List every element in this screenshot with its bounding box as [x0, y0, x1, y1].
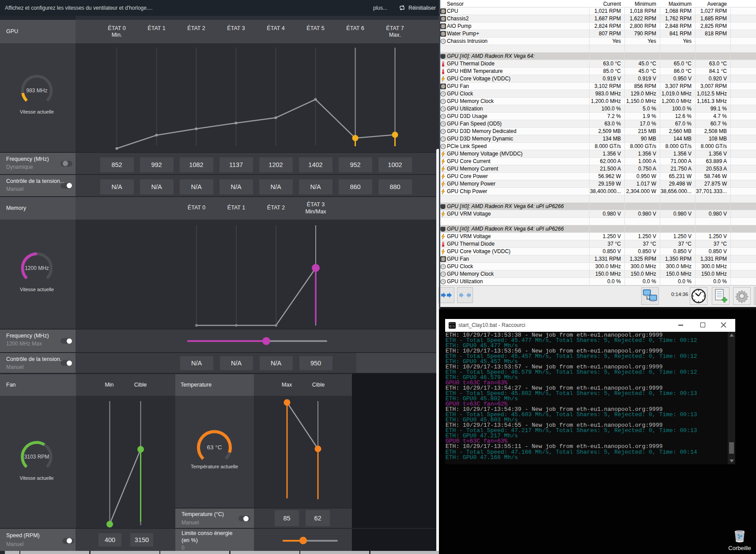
svg-text:Vitesse actuelle: Vitesse actuelle — [20, 475, 54, 481]
svg-text:Température actuelle: Température actuelle — [190, 464, 238, 469]
svg-text:983 MHz: 983 MHz — [26, 87, 47, 94]
svg-text:63 °C: 63 °C — [207, 444, 222, 451]
svg-text:1200 MHz: 1200 MHz — [25, 265, 49, 271]
svg-text:Vitesse actuelle: Vitesse actuelle — [20, 287, 54, 292]
svg-text:3103 RPM: 3103 RPM — [24, 454, 49, 460]
svg-text:Vitesse actuelle: Vitesse actuelle — [20, 109, 54, 114]
svg-text:C:\: C:\ — [450, 325, 455, 328]
